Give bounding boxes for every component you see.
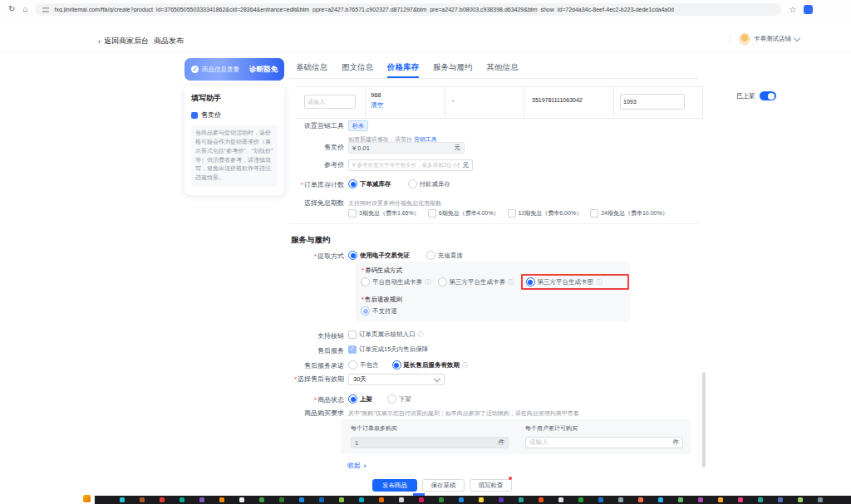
radio-disabled-selected-icon[interactable] <box>361 306 370 316</box>
taskbar-app-icon[interactable] <box>519 497 524 502</box>
taskbar-app-icon[interactable] <box>299 497 304 502</box>
taskbar-app-icon[interactable] <box>219 497 224 502</box>
scrollbar-thumb[interactable] <box>702 372 706 467</box>
taskbar-app-icon[interactable] <box>698 497 703 502</box>
info-icon[interactable]: ⓘ <box>418 331 425 338</box>
radio-icon[interactable] <box>438 277 447 286</box>
promise-opt-extend[interactable]: 延长售后服务有效期 ⓘ <box>392 360 469 369</box>
reference-price-input[interactable]: ¥ 参考价需大于等于售卖价，最多保留2位小数 元 <box>348 159 473 171</box>
tab-other-info[interactable]: 其他信息 <box>487 56 519 78</box>
bookmark-star-icon[interactable]: ☆ <box>789 5 796 14</box>
taskbar-app-icon[interactable] <box>180 497 184 502</box>
validity-select[interactable]: 30天 <box>348 374 445 385</box>
taskbar-app-icon[interactable] <box>239 497 244 502</box>
checkbox-icon[interactable] <box>508 209 516 218</box>
back-to-merchant-link[interactable]: ‹ 返回商家后台 <box>98 36 149 46</box>
sidebar-quality-header[interactable]: ✓ 商品信息质量 诊断豁免 <box>184 58 284 81</box>
checkbox-icon[interactable] <box>590 209 598 218</box>
marketing-tool-link[interactable]: 营销工具 <box>414 136 437 142</box>
sku-clear-link[interactable]: 清空 <box>371 101 383 110</box>
per-order-input[interactable]: 1 件 <box>351 437 509 448</box>
installment-12[interactable]: 12期免息（费率6.00%） <box>508 209 583 218</box>
taskbar-app-icon[interactable] <box>738 497 743 502</box>
radio-selected-icon[interactable] <box>392 360 401 369</box>
status-opt-on-shelf[interactable]: 上架 <box>348 394 372 404</box>
sale-price-input[interactable]: ¥ 0.01 元 <box>348 142 465 154</box>
radio-selected-icon[interactable] <box>348 251 357 260</box>
installment-3[interactable]: 3期免息（费率1.65%） <box>348 209 420 218</box>
refund-opt-no-refund[interactable]: 不支持退 <box>361 306 397 316</box>
info-icon[interactable]: ⓘ <box>462 362 469 369</box>
codegen-opt-platform-card[interactable]: 平台自动生成卡券 ⓘ <box>361 277 431 286</box>
sku-qty-input[interactable]: 1093 <box>620 94 685 110</box>
radio-icon[interactable] <box>348 360 357 369</box>
checkbox-checked-icon[interactable] <box>348 345 357 354</box>
taskbar-app-icon[interactable] <box>818 497 823 502</box>
taskbar-app-icon[interactable] <box>140 497 145 502</box>
taskbar-app-icon[interactable] <box>160 497 165 502</box>
taskbar-app-icon[interactable] <box>479 497 484 502</box>
app-icon-orange[interactable] <box>83 495 91 502</box>
tab-service[interactable]: 服务与履约 <box>433 56 473 78</box>
taskbar-app-icon[interactable] <box>798 497 803 502</box>
taskbar-app-icon[interactable] <box>379 497 384 502</box>
status-opt-off-shelf[interactable]: 下架 <box>387 394 411 404</box>
taskbar-app-icon[interactable] <box>359 497 364 502</box>
taskbar-app-icon[interactable] <box>319 497 324 502</box>
codegen-opt-thirdparty-card[interactable]: 第三方平台生成卡券 ⓘ <box>438 277 514 286</box>
address-bar[interactable]: fxg.jinritemai.com/ffa/g/create?product_… <box>35 3 781 16</box>
radio-icon[interactable] <box>408 179 417 188</box>
radio-icon[interactable] <box>387 394 396 404</box>
checkbox-icon[interactable] <box>428 209 436 218</box>
fetch-opt-evoucher[interactable]: 使用电子交易凭证 <box>348 251 410 260</box>
sku-status-toggle[interactable] <box>760 91 776 100</box>
codegen-opt-thirdparty-secret[interactable]: 第三方平台生成卡密 ⓘ <box>526 277 603 286</box>
collapse-link[interactable]: 收起 ∧ <box>347 461 366 470</box>
taskbar-app-icon[interactable] <box>678 497 683 502</box>
installment-6[interactable]: 6期免息（费率4.00%） <box>428 209 499 218</box>
taskbar-app-icon[interactable] <box>578 497 583 502</box>
aftersale-option[interactable]: 订单完成15天内售后保障 <box>348 345 428 354</box>
taskbar-app-icon[interactable] <box>419 497 424 502</box>
check-fill-button[interactable]: 填写检查 <box>470 479 512 492</box>
promise-opt-none[interactable]: 不包含 <box>348 360 379 369</box>
home-icon[interactable]: ⌂ <box>22 5 27 13</box>
taskbar-app-icon[interactable] <box>618 497 623 502</box>
taskbar-app-icon[interactable] <box>658 497 663 502</box>
taskbar-app-icon[interactable] <box>439 497 444 502</box>
taskbar-app-icon[interactable] <box>399 497 404 502</box>
taskbar-app-icon[interactable] <box>120 497 125 502</box>
taskbar-app-icon[interactable] <box>558 497 563 502</box>
tab-basic-info[interactable]: 基础信息 <box>296 56 327 78</box>
checkbox-icon[interactable] <box>348 330 357 339</box>
info-icon[interactable]: ⓘ <box>425 279 431 286</box>
radio-selected-icon[interactable] <box>526 277 535 286</box>
info-icon[interactable]: ⓘ <box>508 279 514 286</box>
sku-price-input[interactable]: 请输入 <box>304 95 356 109</box>
fetch-opt-direct-recharge[interactable]: 充值直连 <box>426 251 463 260</box>
browser-profile-icon[interactable] <box>804 5 813 14</box>
radio-icon[interactable] <box>426 251 435 260</box>
installment-24[interactable]: 24期免息（费率10.00%） <box>590 209 668 218</box>
reload-icon[interactable]: ↻ <box>8 5 15 13</box>
taskbar-app-icon[interactable] <box>598 497 603 502</box>
quality-tab-label[interactable]: 商品信息质量 <box>202 66 239 74</box>
radio-icon[interactable] <box>361 277 370 286</box>
verify-option[interactable]: 订单页展示核销入口 ⓘ <box>348 330 424 339</box>
flash-sale-tag[interactable]: 秒杀 <box>348 120 368 131</box>
taskbar-app-icon[interactable] <box>199 497 204 502</box>
exempt-tab-label[interactable]: 诊断豁免 <box>249 65 278 75</box>
taskbar-app-icon[interactable] <box>339 497 344 502</box>
taskbar-app-icon[interactable] <box>279 497 284 502</box>
tab-image-text[interactable]: 图文信息 <box>342 56 373 78</box>
taskbar-app-icon[interactable] <box>499 497 504 502</box>
taskbar-app-icon[interactable] <box>259 497 264 502</box>
radio-selected-icon[interactable] <box>348 179 357 188</box>
taskbar-app-icon[interactable] <box>638 497 643 502</box>
taskbar-app-icon[interactable] <box>758 497 763 502</box>
stock-opt-deduct-on-order[interactable]: 下单减库存 <box>348 179 391 188</box>
site-info-icon[interactable] <box>42 7 49 12</box>
taskbar-app-icon[interactable] <box>459 497 464 502</box>
taskbar-app-icon[interactable] <box>718 497 723 502</box>
taskbar-app-icon[interactable] <box>778 497 783 502</box>
